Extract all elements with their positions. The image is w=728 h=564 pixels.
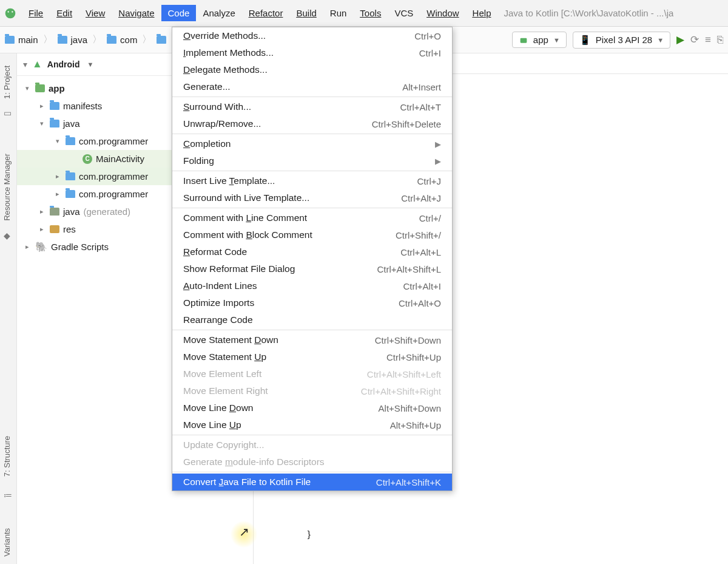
side-tab-variants[interactable]: Variants [2, 528, 12, 557]
menu-tools[interactable]: Tools [353, 5, 388, 21]
folder-icon [58, 36, 67, 44]
menu-separator [172, 171, 452, 171]
menu-item[interactable]: Rearrange Code [172, 311, 452, 328]
menu-analyze[interactable]: Analyze [196, 5, 241, 21]
shortcut-label: Ctrl+Alt+L [400, 247, 441, 257]
breadcrumb-java[interactable]: java [58, 35, 88, 45]
menu-separator [172, 134, 452, 134]
toolbar-icon[interactable]: ⎘ [717, 34, 723, 46]
menu-item[interactable]: Surround with Live Template...Ctrl+Alt+J [172, 189, 452, 206]
caret-down-icon: ▼ [657, 36, 664, 44]
shortcut-label: Ctrl+I [419, 48, 441, 58]
android-icon [519, 35, 528, 45]
shortcut-label: Alt+Shift+Up [390, 420, 441, 430]
folder-icon [50, 208, 59, 216]
folder-icon [5, 36, 15, 44]
menu-item[interactable]: Move Statement DownCtrl+Shift+Down [172, 331, 452, 348]
menu-edit[interactable]: Edit [50, 5, 79, 21]
breadcrumb-main[interactable]: main [5, 35, 38, 45]
svg-point-2 [12, 11, 13, 12]
side-tab-structure[interactable]: 7: Structure [2, 436, 12, 477]
gradle-icon: 🐘 [35, 241, 47, 253]
menu-item[interactable]: Comment with Line CommentCtrl+/ [172, 209, 452, 226]
folder-icon [157, 36, 166, 44]
menu-separator [172, 435, 452, 435]
run-config-selector[interactable]: app▼ [512, 32, 567, 48]
caret-down-icon: ▼ [553, 36, 560, 44]
window-title: Java to Kotlin [C:\Work\JavatoKotlin - .… [504, 8, 673, 18]
breadcrumb-com[interactable]: com [107, 35, 137, 45]
res-folder-icon [50, 225, 59, 233]
menu-separator [172, 208, 452, 208]
breadcrumb-more[interactable] [157, 36, 166, 44]
shortcut-label: Ctrl+Alt+I [403, 281, 441, 291]
menu-window[interactable]: Window [420, 5, 465, 21]
menu-item: Update Copyright... [172, 437, 452, 454]
menu-separator [172, 97, 452, 97]
menu-item[interactable]: Comment with Block CommentCtrl+Shift+/ [172, 226, 452, 243]
menu-item[interactable]: Insert Live Template...Ctrl+J [172, 172, 452, 189]
menu-item[interactable]: Move Line DownAlt+Shift+Down [172, 399, 452, 416]
shortcut-label: Ctrl+Shift+Delete [372, 119, 441, 129]
menu-item[interactable]: Unwrap/Remove...Ctrl+Shift+Delete [172, 115, 452, 132]
menu-item: Move Element LeftCtrl+Alt+Shift+Left [172, 365, 452, 382]
menu-item[interactable]: Implement Methods...Ctrl+I [172, 44, 452, 61]
chevron-right-icon: 〉 [41, 33, 55, 46]
shortcut-label: Ctrl+Shift+Down [375, 335, 441, 345]
device-selector[interactable]: 📱 Pixel 3 API 28▼ [573, 32, 670, 49]
shortcut-label: Ctrl+Alt+T [400, 102, 441, 112]
shortcut-label: Ctrl+O [414, 31, 441, 41]
class-icon: C [83, 154, 92, 164]
menu-separator [172, 330, 452, 330]
main-menu: File Edit View Navigate Code Analyze Ref… [22, 5, 497, 21]
shortcut-label: Ctrl+Shift+/ [396, 230, 441, 240]
menu-item[interactable]: Reformat CodeCtrl+Alt+L [172, 243, 452, 260]
shortcut-label: Ctrl+/ [419, 213, 441, 223]
menu-item[interactable]: Move Line UpAlt+Shift+Up [172, 416, 452, 433]
submenu-arrow-icon: ▶ [435, 157, 441, 166]
toolbar-icon[interactable]: ≡ [705, 34, 711, 46]
shortcut-label: Ctrl+Shift+Up [386, 352, 441, 362]
menu-item[interactable]: Override Methods...Ctrl+O [172, 27, 452, 44]
apply-changes-icon[interactable]: ⟳ [690, 33, 699, 46]
menu-refactor[interactable]: Refactor [242, 5, 290, 21]
shortcut-label: Alt+Insert [402, 82, 441, 92]
menu-item[interactable]: Folding▶ [172, 152, 452, 169]
menu-item[interactable]: Delegate Methods... [172, 61, 452, 78]
phone-icon: 📱 [579, 35, 591, 46]
menu-item[interactable]: Auto-Indent LinesCtrl+Alt+I [172, 277, 452, 294]
menu-item[interactable]: Show Reformat File DialogCtrl+Alt+Shift+… [172, 260, 452, 277]
menu-help[interactable]: Help [466, 5, 498, 21]
run-button[interactable]: ▶ [676, 33, 684, 46]
svg-point-0 [5, 8, 16, 18]
menu-item[interactable]: Generate...Alt+Insert [172, 78, 452, 95]
android-icon: ▲ [32, 58, 42, 70]
shortcut-label: Ctrl+Alt+Shift+L [377, 264, 441, 274]
title-bar: File Edit View Navigate Code Analyze Ref… [0, 0, 728, 27]
resource-icon: ◆ [4, 231, 13, 240]
menu-item: Generate module-info Descriptors [172, 454, 452, 471]
chevron-right-icon: 〉 [90, 33, 104, 46]
menu-navigate[interactable]: Navigate [112, 5, 161, 21]
folder-icon: ▭ [4, 108, 13, 118]
menu-vcs[interactable]: VCS [388, 5, 420, 21]
menu-file[interactable]: File [22, 5, 50, 21]
menu-separator [172, 472, 452, 472]
left-gutter: 1: Project ▭ Resource Manager ◆ 7: Struc… [0, 53, 17, 564]
menu-item[interactable]: Surround With...Ctrl+Alt+T [172, 98, 452, 115]
side-tab-project[interactable]: 1: Project [2, 66, 12, 99]
folder-icon [107, 36, 116, 44]
side-tab-resource-manager[interactable]: Resource Manager [2, 154, 12, 221]
menu-view[interactable]: View [79, 5, 112, 21]
menu-code[interactable]: Code [161, 5, 197, 21]
code-menu-dropdown: Override Methods...Ctrl+OImplement Metho… [172, 27, 453, 491]
svg-rect-3 [521, 38, 527, 42]
menu-run[interactable]: Run [323, 5, 354, 21]
package-icon [66, 137, 75, 145]
menu-item[interactable]: Optimize ImportsCtrl+Alt+O [172, 294, 452, 311]
menu-item[interactable]: Move Statement UpCtrl+Shift+Up [172, 348, 452, 365]
menu-item[interactable]: Completion▶ [172, 135, 452, 152]
menu-item[interactable]: Convert Java File to Kotlin FileCtrl+Alt… [172, 474, 452, 491]
menu-build[interactable]: Build [289, 5, 323, 21]
folder-icon [50, 120, 59, 127]
